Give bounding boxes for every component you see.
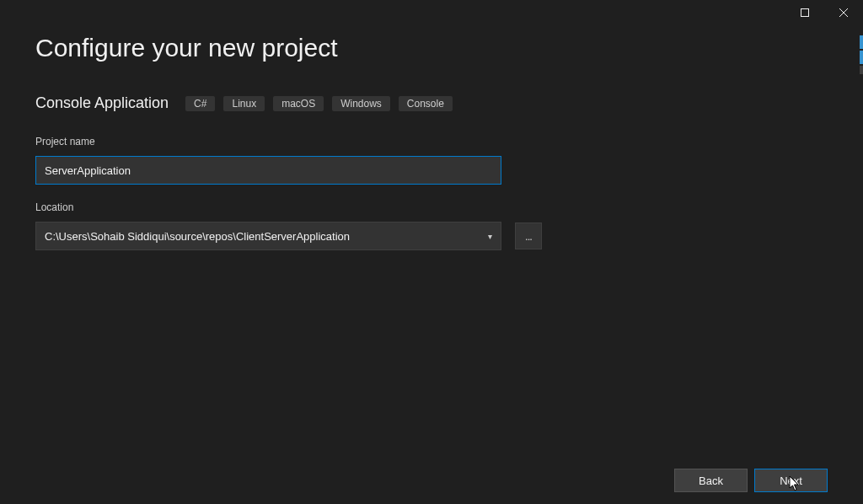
back-button[interactable]: Back <box>674 469 748 492</box>
template-tags: C# Linux macOS Windows Console <box>185 96 453 111</box>
tag-macos: macOS <box>273 96 324 111</box>
tag-csharp: C# <box>185 96 215 111</box>
maximize-button[interactable] <box>785 0 824 25</box>
page-title: Configure your new project <box>35 34 828 62</box>
browse-button[interactable]: ... <box>515 223 542 249</box>
tag-linux: Linux <box>223 96 265 111</box>
next-button[interactable]: Next <box>754 469 828 492</box>
location-value: C:\Users\Sohaib Siddiqui\source\repos\Cl… <box>45 230 350 243</box>
svg-rect-0 <box>801 9 809 17</box>
location-label: Location <box>35 201 828 213</box>
side-indicator <box>860 35 863 74</box>
footer-buttons: Back Next <box>674 469 828 492</box>
window-titlebar <box>785 0 863 25</box>
tag-console: Console <box>399 96 453 111</box>
project-name-label: Project name <box>35 136 828 147</box>
project-name-input[interactable] <box>35 156 501 185</box>
close-button[interactable] <box>824 0 863 25</box>
template-name: Console Application <box>35 94 169 112</box>
tag-windows: Windows <box>332 96 390 111</box>
location-select[interactable]: C:\Users\Sohaib Siddiqui\source\repos\Cl… <box>35 222 501 250</box>
chevron-down-icon: ▾ <box>488 232 492 241</box>
